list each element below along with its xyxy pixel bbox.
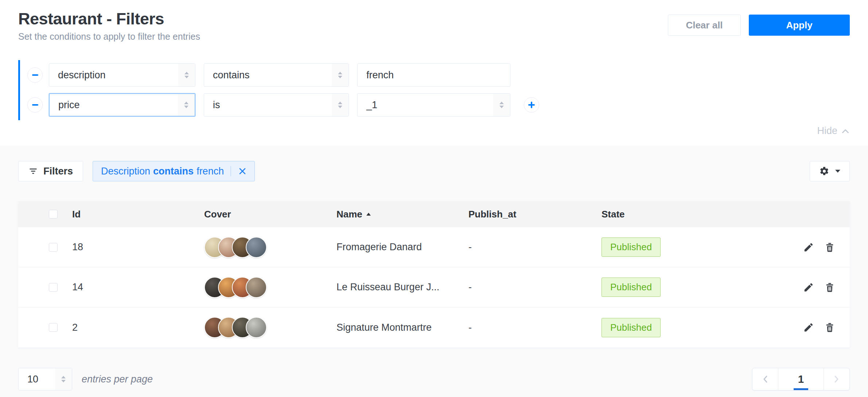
filter-value-select[interactable]: _1	[357, 93, 510, 117]
state-cell: Published	[602, 237, 791, 257]
page-number-1[interactable]: 1	[778, 368, 824, 390]
checkbox-cell	[18, 283, 72, 292]
select-value: price	[50, 99, 80, 111]
plus-icon	[528, 102, 535, 108]
table-row[interactable]: 2 Signature Montmartre - Published	[18, 307, 850, 347]
filter-value-input[interactable]	[357, 63, 510, 87]
page-title: Restaurant - Filters	[18, 9, 200, 28]
select-arrows-icon	[55, 368, 72, 390]
select-arrows-icon	[178, 94, 195, 116]
row-checkbox[interactable]	[49, 323, 58, 332]
page-subtitle: Set the conditions to apply to filter th…	[18, 31, 200, 42]
column-header-id[interactable]: Id	[72, 209, 204, 220]
id-cell: 2	[72, 322, 204, 333]
cover-photo	[246, 277, 267, 298]
next-page-button[interactable]	[824, 368, 849, 390]
select-value: _1	[358, 99, 377, 111]
header-row: Restaurant - Filters Set the conditions …	[0, 9, 868, 42]
table-row[interactable]: 18 Fromagerie Danard - Published	[18, 227, 850, 267]
page-size-select[interactable]: 10	[18, 368, 72, 390]
delete-button[interactable]	[824, 321, 836, 334]
clear-all-button[interactable]: Clear all	[668, 15, 741, 36]
titles: Restaurant - Filters Set the conditions …	[18, 9, 200, 42]
column-header-publish-at[interactable]: Publish_at	[468, 209, 602, 220]
delete-button[interactable]	[824, 241, 836, 253]
active-page-indicator	[794, 388, 808, 390]
hide-label: Hide	[817, 125, 837, 137]
row-checkbox[interactable]	[49, 243, 58, 252]
cover-cell	[204, 317, 336, 338]
select-arrows-icon	[493, 94, 510, 116]
publish-at-cell: -	[468, 322, 602, 333]
delete-button[interactable]	[824, 281, 836, 294]
list-view-section: Filters Description contains french	[0, 146, 868, 390]
tag-divider	[230, 166, 231, 176]
active-filter-tag[interactable]: Description contains french	[93, 161, 255, 181]
cover-cell	[204, 237, 336, 258]
select-arrows-icon	[332, 64, 349, 86]
select-all-cell	[18, 210, 72, 219]
table-header-row: Id Cover Name Publish_at State	[18, 201, 850, 227]
table-row[interactable]: 14 Le Ruisseau Burger J... - Published	[18, 267, 850, 307]
cover-cell	[204, 277, 336, 298]
toolbar-left: Filters Description contains french	[18, 161, 255, 181]
toolbar: Filters Description contains french	[18, 161, 850, 181]
select-value: contains	[204, 70, 250, 81]
filter-operator-select[interactable]: contains	[204, 63, 349, 87]
filter-field-select[interactable]: price	[49, 93, 195, 117]
edit-button[interactable]	[802, 241, 815, 253]
select-arrows-icon	[178, 64, 195, 86]
column-header-name[interactable]: Name	[336, 209, 468, 220]
close-icon	[238, 167, 246, 175]
pencil-icon	[803, 322, 814, 333]
filter-condition-row: description contains	[27, 63, 850, 87]
current-page-label: 1	[798, 373, 804, 385]
name-cell: Fromagerie Danard	[336, 241, 468, 253]
status-badge: Published	[602, 237, 661, 257]
filters-button[interactable]: Filters	[18, 161, 83, 181]
publish-at-cell: -	[468, 241, 602, 253]
select-value: description	[49, 70, 106, 81]
trash-icon	[824, 242, 835, 253]
filter-tag-operator: contains	[153, 166, 194, 177]
pagination: 1	[752, 368, 850, 390]
filter-operator-select[interactable]: is	[204, 93, 349, 117]
remove-filter-tag-button[interactable]	[237, 166, 248, 177]
filters-header-section: Restaurant - Filters Set the conditions …	[0, 0, 868, 146]
cover-photo	[246, 317, 267, 338]
select-all-checkbox[interactable]	[49, 210, 58, 219]
filter-icon	[28, 166, 38, 176]
trash-icon	[824, 282, 835, 293]
sort-asc-icon	[366, 213, 371, 216]
remove-condition-button[interactable]	[27, 97, 43, 113]
chevron-down-icon	[835, 170, 840, 173]
hide-filters-link[interactable]: Hide	[817, 125, 849, 137]
page: Restaurant - Filters Set the conditions …	[0, 0, 868, 390]
state-cell: Published	[602, 278, 791, 297]
edit-button[interactable]	[802, 281, 815, 294]
page-size-controls: 10 entries per page	[18, 368, 153, 390]
remove-condition-button[interactable]	[27, 67, 43, 83]
add-condition-button[interactable]	[524, 97, 539, 113]
filter-field-select[interactable]: description	[49, 63, 195, 87]
pencil-icon	[803, 282, 814, 293]
chevron-left-icon	[762, 375, 768, 384]
chevron-right-icon	[834, 375, 840, 384]
apply-button[interactable]: Apply	[749, 15, 850, 36]
name-cell: Le Ruisseau Burger J...	[336, 282, 468, 293]
table-footer: 10 entries per page 1	[18, 368, 850, 390]
row-checkbox[interactable]	[49, 283, 58, 292]
checkbox-cell	[18, 243, 72, 252]
previous-page-button[interactable]	[752, 368, 778, 390]
filter-tag-value: french	[196, 166, 224, 177]
filter-tag-field: Description	[101, 166, 150, 177]
edit-button[interactable]	[802, 321, 815, 334]
column-header-cover[interactable]: Cover	[204, 209, 336, 220]
actions-cell	[791, 321, 850, 334]
id-cell: 18	[72, 241, 204, 253]
filters-button-label: Filters	[43, 166, 73, 177]
chevron-up-icon	[842, 129, 849, 133]
status-badge: Published	[602, 278, 661, 297]
list-settings-dropdown-button[interactable]	[810, 161, 850, 181]
column-header-state[interactable]: State	[602, 209, 791, 220]
